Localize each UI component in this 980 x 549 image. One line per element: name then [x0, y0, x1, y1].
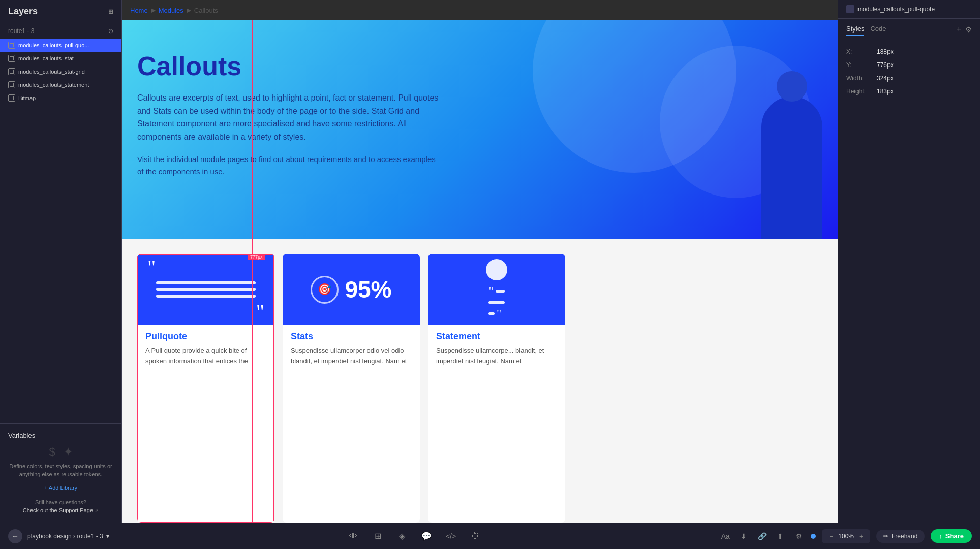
card-statement-image: " " — [428, 254, 565, 325]
route-icon: ⊙ — [108, 27, 113, 35]
layer-item-2[interactable]: modules_callouts_stat-grid — [0, 65, 121, 78]
sidebar-icon: ⊞ — [108, 8, 113, 15]
cards-section: 188px 188px " — [122, 239, 838, 523]
variables-icons: $ ✦ — [49, 445, 72, 459]
tab-code[interactable]: Code — [870, 23, 886, 36]
frame-tool-icon[interactable]: ⊞ — [372, 530, 384, 542]
layer-icon-0 — [8, 42, 15, 49]
card-statement-desc: Suspendisse ullamcorpe... blandit, et im… — [428, 346, 565, 366]
stats-value: 95% — [345, 276, 391, 303]
card-stats[interactable]: 🎯 95% Stats Suspendisse ullamcorper odio… — [283, 254, 420, 523]
eye-tool-icon[interactable]: 👁 — [347, 530, 359, 542]
chat-tool-icon[interactable]: 💬 — [420, 530, 433, 542]
tab-actions: + ⚙ — [957, 23, 972, 36]
tabs-row: Styles Code + ⚙ — [838, 19, 980, 40]
vertical-guide — [252, 20, 253, 523]
prop-height-value: 183px — [877, 88, 894, 95]
breadcrumb-sep-2: ▶ — [187, 7, 191, 14]
stats-link[interactable]: Stats — [291, 331, 313, 341]
status-indicator — [811, 534, 816, 539]
pullquote-content: " " — [137, 254, 274, 330]
zoom-out-button[interactable]: − — [826, 531, 836, 541]
right-sidebar: modules_callouts_pull-quote Styles Code … — [838, 0, 980, 523]
clock-tool-icon[interactable]: ⏱ — [469, 530, 481, 542]
tab-styles[interactable]: Styles — [846, 23, 864, 36]
zoom-value: 100% — [838, 533, 854, 540]
layer-label-1: modules_callouts_stat — [18, 55, 74, 61]
statement-content: " " — [480, 254, 513, 327]
left-sidebar: Layers ⊞ route1 - 3 ⊙ modules_callouts_p… — [0, 0, 122, 523]
prop-height: Height: 183px — [846, 88, 972, 95]
support-text: Still have questions? Check out the Supp… — [23, 499, 99, 514]
stmt-row3: " — [488, 307, 501, 320]
download-icon[interactable]: ⬇ — [738, 530, 750, 542]
layer-icon-4 — [8, 94, 15, 102]
freehand-icon: ✏ — [883, 533, 889, 540]
card-pullquote[interactable]: 188px 188px " — [137, 254, 274, 523]
add-library-button[interactable]: + Add Library — [44, 485, 77, 491]
support-link[interactable]: Check out the Support Page — [23, 507, 93, 513]
prop-y: Y: 776px — [846, 61, 972, 69]
add-style-icon[interactable]: + — [957, 25, 961, 34]
hero-section: Callouts Callouts are excerpts of text, … — [122, 20, 838, 239]
stmt-line-2 — [488, 301, 505, 304]
share-button[interactable]: ↑ Share — [931, 529, 972, 543]
card-statement-title[interactable]: Statement — [428, 325, 565, 346]
pq-line-1 — [156, 281, 256, 284]
hero-link-text: Visit the individual module pages to fin… — [137, 153, 442, 178]
upload-icon[interactable]: ⬆ — [774, 530, 786, 542]
statement-link[interactable]: Statement — [436, 331, 480, 341]
stmt-circle — [486, 259, 507, 280]
back-button[interactable]: ← — [8, 529, 22, 543]
prop-x-value: 188px — [877, 48, 894, 55]
layer-item-1[interactable]: modules_callouts_stat — [0, 52, 121, 65]
stats-icon: 🎯 — [311, 276, 339, 304]
settings-icon[interactable]: ⚙ — [792, 530, 805, 542]
component-tool-icon[interactable]: ◈ — [396, 530, 408, 542]
variables-section: Variables $ ✦ Define colors, text styles… — [0, 423, 121, 523]
component-type-icon — [846, 5, 854, 13]
breadcrumb-bar: Home ▶ Modules ▶ Callouts — [122, 0, 838, 20]
pullquote-link[interactable]: Pullquote — [145, 331, 187, 341]
design-canvas: Callouts Callouts are excerpts of text, … — [122, 20, 838, 523]
share-link-icon[interactable]: 🔗 — [756, 530, 768, 542]
stmt-lines: " " — [488, 284, 505, 320]
toolbar-breadcrumb: playbook design › route1 - 3 ▾ — [27, 533, 109, 540]
code-tool-icon[interactable]: </> — [445, 530, 457, 542]
hero-figure-head — [777, 71, 807, 102]
card-stats-desc: Suspendisse ullamcorper odio vel odio bl… — [283, 346, 420, 366]
pq-line-3 — [156, 295, 256, 298]
quote-left: " — [147, 257, 264, 277]
route-label: route1 - 3 ⊙ — [0, 23, 121, 39]
prop-height-label: Height: — [846, 88, 877, 95]
breadcrumb-dropdown-icon[interactable]: ▾ — [106, 533, 109, 540]
breadcrumb-home[interactable]: Home — [130, 7, 148, 14]
layer-item-3[interactable]: modules_callouts_statement — [0, 78, 121, 91]
layer-item-4[interactable]: Bitmap — [0, 91, 121, 105]
freehand-button[interactable]: ✏ Freehand — [876, 530, 925, 543]
layer-label-0: modules_callouts_pull-quo... — [18, 42, 89, 48]
toolbar-center: 👁 ⊞ ◈ 💬 </> ⏱ — [117, 530, 712, 542]
layer-icon-1 — [8, 55, 15, 62]
font-icon[interactable]: Aa — [719, 530, 731, 542]
properties-section: X: 188px Y: 776px Width: 324px Height: 1… — [838, 40, 980, 109]
settings-style-icon[interactable]: ⚙ — [965, 25, 972, 34]
pq-line-2 — [156, 288, 256, 291]
dollar-icon: $ — [49, 445, 55, 459]
stmt-row1: " — [488, 284, 505, 298]
zoom-in-button[interactable]: + — [856, 531, 866, 541]
card-stats-title[interactable]: Stats — [283, 325, 420, 346]
sidebar-header: Layers ⊞ — [0, 0, 121, 23]
layer-item-0[interactable]: modules_callouts_pull-quo... — [0, 39, 121, 52]
stmt-line-3 — [488, 312, 494, 315]
toolbar-right: Aa ⬇ 🔗 ⬆ ⚙ − 100% + ✏ Freehand ↑ Share — [719, 529, 972, 543]
sidebar-title: Layers — [8, 6, 38, 17]
breadcrumb-modules[interactable]: Modules — [159, 7, 183, 14]
sun-icon: ✦ — [64, 445, 73, 459]
card-pullquote-image: " " — [137, 254, 274, 325]
hero-figure — [746, 66, 838, 239]
hero-description: Callouts are excerpts of text, used to h… — [137, 91, 442, 143]
hero-figure-body — [761, 96, 822, 239]
prop-x-label: X: — [846, 48, 877, 55]
card-statement[interactable]: 1267px " — [428, 254, 565, 523]
